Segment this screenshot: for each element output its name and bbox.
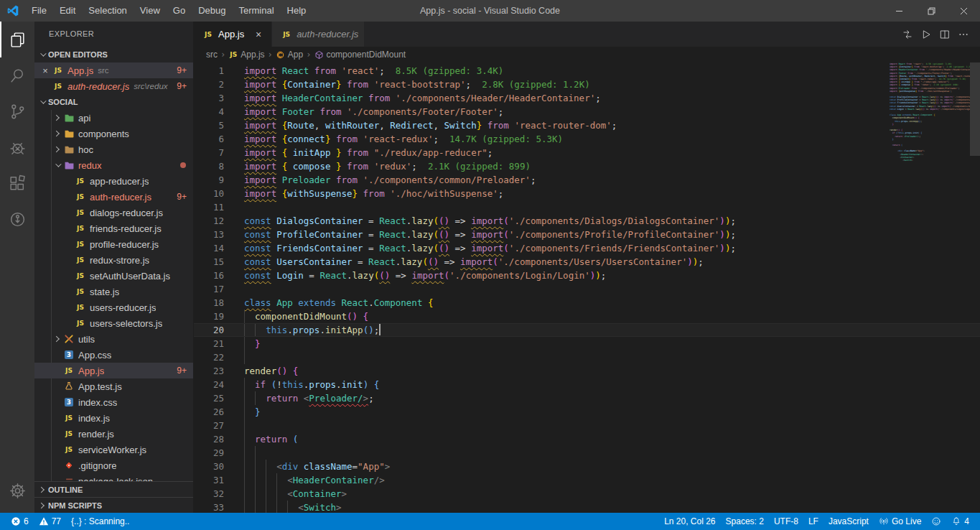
open-editors-header[interactable]: OPEN EDITORS	[34, 47, 193, 62]
code-line-23[interactable]: render() {	[244, 364, 890, 378]
open-editor-item[interactable]: ×JSApp.jssrc9+	[34, 62, 193, 78]
status-javascript[interactable]: JavaScript	[823, 513, 874, 530]
status-ln-20-col-26[interactable]: Ln 20, Col 26	[659, 513, 720, 530]
code-line-12[interactable]: const DialogsContainer = React.lazy(() =…	[244, 214, 890, 228]
menu-terminal[interactable]: Terminal	[232, 0, 280, 22]
menu-help[interactable]: Help	[281, 0, 313, 22]
tree-folder-api[interactable]: api	[34, 110, 193, 126]
status-warning[interactable]: 77	[34, 513, 66, 530]
tab-app.js[interactable]: JSApp.js×	[194, 22, 271, 47]
code-line-21[interactable]: }	[244, 337, 890, 350]
debug-icon[interactable]	[0, 129, 34, 165]
chevron-right-icon[interactable]	[52, 144, 63, 155]
status-lf[interactable]: LF	[803, 513, 823, 530]
code-line-26[interactable]: }	[244, 405, 890, 419]
tree-folder-utils[interactable]: utils	[34, 331, 193, 347]
tree-file-users-selectors.js[interactable]: JSusers-selectors.js	[34, 315, 193, 331]
code-line-15[interactable]: const UsersContainer = React.lazy(() => …	[244, 255, 890, 269]
status-smiley[interactable]	[926, 513, 946, 530]
menu-edit[interactable]: Edit	[53, 0, 82, 22]
tree-file-profile-reducer.js[interactable]: JSprofile-reducer.js	[34, 236, 193, 252]
code-line-20[interactable]: this.props.initApp();	[244, 323, 890, 337]
code-line-10[interactable]: import {withSuspense} from './hoc/withSu…	[244, 187, 890, 200]
menu-file[interactable]: File	[25, 0, 53, 22]
tree-file-serviceworker.js[interactable]: JSserviceWorker.js	[34, 442, 193, 457]
code-line-24[interactable]: if (!this.props.init) {	[244, 378, 890, 391]
code-line-3[interactable]: import HeaderContainer from './component…	[244, 91, 890, 105]
open-changes-icon[interactable]	[898, 25, 917, 44]
tab-auth-reducer.js[interactable]: JSauth-reducer.js	[272, 22, 364, 47]
open-editor-item[interactable]: JSauth-reducer.jssrc\redux9+	[34, 78, 193, 94]
chevron-down-icon[interactable]	[52, 159, 63, 171]
tree-file-state.js[interactable]: JSstate.js	[34, 284, 193, 299]
editor-scrollbar[interactable]	[970, 62, 980, 513]
tree-file-app-reducer.js[interactable]: JSapp-reducer.js	[34, 173, 193, 189]
restore-button[interactable]	[915, 0, 948, 22]
search-icon[interactable]	[0, 57, 34, 93]
tree-folder-components[interactable]: components	[34, 126, 193, 141]
status-error[interactable]: 6	[6, 513, 34, 530]
npm-scripts-section-header[interactable]: NPM SCRIPTS	[34, 497, 193, 513]
breadcrumb-app.js[interactable]: JSApp.js	[228, 50, 264, 60]
extensions-icon[interactable]	[0, 165, 34, 201]
status-utf-8[interactable]: UTF-8	[769, 513, 803, 530]
tree-file-render.js[interactable]: JSrender.js	[34, 426, 193, 442]
tree-file-setauthuserdata.js[interactable]: JSsetAuthUserData.js	[34, 268, 193, 284]
menu-view[interactable]: View	[134, 0, 167, 22]
menu-selection[interactable]: Selection	[82, 0, 133, 22]
chevron-right-icon[interactable]	[52, 112, 63, 124]
breadcrumb-src[interactable]: src	[206, 50, 218, 60]
minimap[interactable]: import React from 'react'; 8.5K (gzipped…	[890, 62, 970, 513]
code-line-14[interactable]: const FriendsContainer = React.lazy(() =…	[244, 241, 890, 255]
code-line-5[interactable]: import {Route, withRouter, Redirect, Swi…	[244, 118, 890, 132]
more-actions-icon[interactable]	[954, 25, 973, 44]
code-line-27[interactable]	[244, 419, 890, 432]
code-line-33[interactable]: <Switch>	[244, 501, 890, 513]
code-line-31[interactable]: <HeaderContainer/>	[244, 473, 890, 487]
status-golive[interactable]: Go Live	[874, 513, 926, 530]
code-line-9[interactable]: import Preloader from './components/comm…	[244, 173, 890, 187]
code-line-13[interactable]: const ProfileContainer = React.lazy(() =…	[244, 228, 890, 241]
outline-section-header[interactable]: OUTLINE	[34, 481, 193, 497]
code-line-30[interactable]: <div className="App">	[244, 460, 890, 473]
explorer-icon[interactable]	[0, 22, 34, 57]
code-line-19[interactable]: componentDidMount() {	[244, 310, 890, 323]
tree-file-dialogs-reducer.js[interactable]: JSdialogs-reducer.js	[34, 205, 193, 220]
code-line-11[interactable]	[244, 200, 890, 214]
tree-file-app.js[interactable]: JSApp.js9+	[34, 363, 193, 378]
minimize-button[interactable]	[883, 0, 915, 22]
code-line-2[interactable]: import {Container} from 'react-bootstrap…	[244, 78, 890, 91]
editor-code-area[interactable]: 1234567891011121314151617181920212223242…	[194, 62, 980, 513]
code-line-1[interactable]: import React from 'react'; 8.5K (gzipped…	[244, 64, 890, 78]
tree-file-.gitignore[interactable]: .gitignore	[34, 457, 193, 473]
tree-file-friends-reducer.js[interactable]: JSfriends-reducer.js	[34, 220, 193, 236]
tree-folder-hoc[interactable]: hoc	[34, 141, 193, 157]
run-code-icon[interactable]	[917, 25, 935, 44]
menu-debug[interactable]: Debug	[192, 0, 232, 22]
close-button[interactable]	[948, 0, 980, 22]
status-spaces-2[interactable]: Spaces: 2	[721, 513, 769, 530]
tree-file-index.js[interactable]: JSindex.js	[34, 410, 193, 426]
tree-file-redux-strore.js[interactable]: JSredux-strore.js	[34, 252, 193, 268]
tree-file-auth-reducer.js[interactable]: JSauth-reducer.js9+	[34, 189, 193, 205]
chevron-right-icon[interactable]	[52, 128, 63, 139]
settings-gear-icon[interactable]	[0, 473, 34, 508]
code-line-7[interactable]: import { initApp } from "./redux/app-red…	[244, 146, 890, 159]
code-line-22[interactable]	[244, 350, 890, 364]
chevron-right-icon[interactable]	[52, 333, 63, 345]
scrollbar-thumb[interactable]	[970, 62, 980, 156]
tree-file-package-lock.json[interactable]: package-lock.json	[34, 473, 193, 481]
code-line-4[interactable]: import Footer from './components/Footer/…	[244, 105, 890, 118]
code-line-16[interactable]: const Login = React.lazy(() => import('.…	[244, 269, 890, 282]
code-line-32[interactable]: <Container>	[244, 487, 890, 501]
breadcrumb-app[interactable]: App	[276, 50, 303, 60]
breadcrumb-componentdidmount[interactable]: componentDidMount	[314, 50, 406, 60]
status-bell[interactable]: 4	[946, 513, 974, 530]
project-section-header[interactable]: SOCIAL	[34, 94, 193, 110]
close-icon[interactable]: ×	[251, 29, 266, 40]
code-line-6[interactable]: import {connect} from 'react-redux'; 14.…	[244, 132, 890, 146]
tree-file-app.test.js[interactable]: App.test.js	[34, 378, 193, 394]
close-icon[interactable]: ×	[39, 65, 51, 76]
code-line-33[interactable]: <Switch>	[890, 159, 970, 162]
tree-file-users-reducer.js[interactable]: JSusers-reducer.js	[34, 299, 193, 315]
